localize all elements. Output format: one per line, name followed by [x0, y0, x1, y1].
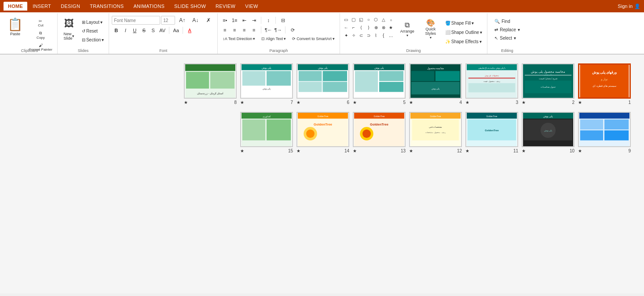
slide-thumb-8[interactable]: استان کرمان - زرندستان	[184, 63, 237, 99]
tab-insert[interactable]: INSERT	[28, 2, 55, 11]
shape-rounded-rect[interactable]: ▢	[350, 16, 357, 23]
cut-button[interactable]: ✂ Cut	[27, 18, 55, 29]
replace-button[interactable]: ⇄ Replace ▾	[491, 26, 523, 33]
shape-snip[interactable]: ◱	[358, 16, 365, 23]
shadow-button[interactable]: S	[149, 26, 157, 35]
align-text-button[interactable]: ⊡ Align Text ▾	[259, 35, 288, 42]
slide-item-8[interactable]: استان کرمان - زرندستان ★ 8	[184, 63, 237, 105]
tab-animations[interactable]: ANIMATIONS	[129, 2, 169, 11]
shape-brace[interactable]: {	[380, 32, 387, 39]
quick-styles-button[interactable]: 🎨 Quick Styles ▾	[420, 16, 441, 42]
ltr-button[interactable]: ¶→	[274, 26, 282, 34]
paste-button[interactable]: 📋 Paste	[4, 16, 26, 37]
shape-flow2[interactable]: ⊗	[380, 24, 387, 31]
justify-button[interactable]: ≡	[249, 26, 258, 34]
new-slide-button[interactable]: 🖼	[60, 16, 78, 32]
tab-slideshow[interactable]: SLIDE SHOW	[170, 2, 210, 11]
slide-item-11[interactable]: GoldenTree GoldenTree ★ 11	[465, 112, 518, 153]
slide-item-5[interactable]: پلی پوش ★ 5	[353, 63, 406, 105]
indent-less-button[interactable]: ⇤	[240, 16, 249, 25]
reset-button[interactable]: ↺ Reset	[80, 27, 106, 35]
shape-more1[interactable]: ⬡	[373, 16, 380, 23]
slide-thumb-6[interactable]: پلی پوش	[296, 63, 349, 99]
numbering-button[interactable]: 1≡	[230, 16, 239, 25]
slide-thumb-12[interactable]: GoldenTree مشخصات فنی ردیف - محصول - مشخ…	[409, 112, 462, 147]
layout-button[interactable]: ⊞ Layout ▾	[80, 18, 106, 26]
tab-design[interactable]: DESIGN	[56, 2, 84, 11]
increase-font-button[interactable]: A↑	[176, 16, 188, 25]
line-spacing-button[interactable]: ↕	[264, 16, 273, 25]
tab-review[interactable]: REVIEW	[211, 2, 240, 11]
new-slide-label-btn[interactable]: NewSlide ▾	[63, 32, 74, 41]
slide-thumb-14[interactable]: GoldenTree GoldenTree	[296, 112, 349, 147]
shape-rect[interactable]: ▭	[343, 16, 350, 23]
tab-view[interactable]: VIEW	[241, 2, 262, 11]
slide-item-4[interactable]: مقایسه محصول پلی پوش ★ 4	[409, 63, 462, 105]
shape-more2[interactable]: △	[380, 16, 387, 23]
font-name-input[interactable]	[112, 16, 160, 25]
indent-more-button[interactable]: ⇥	[249, 16, 258, 25]
shape-ellipse[interactable]: ○	[365, 16, 372, 23]
col-button[interactable]: ⊟	[278, 16, 287, 25]
slide-thumb-1[interactable]: ورقهای پلی پوش نوار و سیستم های قطره ای	[578, 63, 631, 99]
clear-format-button[interactable]: ✗	[202, 16, 215, 25]
shape-outline-button[interactable]: ⬜ Shape Outline ▾	[443, 29, 484, 36]
font-size-label-btn[interactable]: Aa	[172, 26, 180, 35]
strikethrough-button[interactable]: S	[139, 26, 148, 35]
slide-item-6[interactable]: پلی پوش ★ 6	[296, 63, 349, 105]
slide-item-3[interactable]: با پلی پوش بیایید به باغ طبیعی محصولات پ…	[465, 63, 518, 105]
convert-smartart-button[interactable]: ⟳ Convert to SmartArt ▾	[290, 35, 337, 42]
shape-wave[interactable]: ⌇	[373, 32, 380, 39]
slide-thumb-15[interactable]: کشاورزی	[240, 112, 293, 147]
bullets-button[interactable]: ≡•	[220, 16, 229, 25]
smartart-convert-icon[interactable]: ⟳	[288, 26, 297, 34]
slide-item-2[interactable]: محاسبه محصول پلی پوش شرح | مقدار | قیمت …	[522, 63, 574, 105]
arrange-button[interactable]: ⧉ Arrange ▾	[396, 16, 418, 42]
shape-flow1[interactable]: ⊕	[373, 24, 380, 31]
slide-item-12[interactable]: GoldenTree مشخصات فنی ردیف - محصول - مشخ…	[409, 112, 462, 153]
copy-button[interactable]: ⧉ Copy	[27, 30, 55, 41]
slide-item-7[interactable]: پلی پوش پلی پوش ★ 7	[240, 63, 293, 105]
shape-arrow1[interactable]: ←	[343, 24, 350, 31]
slide-thumb-4[interactable]: مقایسه محصول پلی پوش	[409, 63, 462, 99]
font-size-input[interactable]	[161, 16, 175, 25]
slide-item-10[interactable]: پلی پوش پلی پوش ★ 10	[522, 112, 574, 153]
slide-thumb-7[interactable]: پلی پوش پلی پوش	[240, 63, 293, 99]
find-button[interactable]: 🔍 Find	[491, 18, 523, 25]
shape-flow3[interactable]: ★	[388, 24, 395, 31]
align-center-button[interactable]: ≡	[230, 26, 239, 34]
shape-more-btn[interactable]: …	[388, 32, 395, 39]
decrease-font-button[interactable]: A↓	[189, 16, 201, 25]
shape-fill-button[interactable]: 🪣 Shape Fill ▾	[443, 19, 484, 27]
slide-item-14[interactable]: GoldenTree GoldenTree ★ 14	[296, 112, 349, 153]
slide-thumb-2[interactable]: محاسبه محصول پلی پوش شرح | مقدار | قیمت …	[522, 63, 574, 99]
shape-effects-button[interactable]: ✨ Shape Effects ▾	[443, 38, 484, 45]
slide-item-13[interactable]: GoldenTree GoldenTree ★ 13	[353, 112, 406, 153]
slide-item-15[interactable]: کشاورزی ★ 15	[240, 112, 293, 153]
italic-button[interactable]: I	[121, 26, 130, 35]
shape-arrow4[interactable]: ⟩	[365, 24, 372, 31]
shape-more3[interactable]: ⬦	[388, 16, 395, 23]
rtl-button[interactable]: ¶←	[264, 26, 273, 34]
text-direction-button[interactable]: ↕A Text Direction ▾	[220, 35, 257, 42]
bold-button[interactable]: B	[112, 26, 121, 35]
char-spacing-button[interactable]: AV	[158, 26, 167, 35]
slide-thumb-3[interactable]: با پلی پوش بیایید به باغ طبیعی محصولات پ…	[465, 63, 518, 99]
section-button[interactable]: ⊟ Section ▾	[80, 36, 106, 44]
slide-thumb-13[interactable]: GoldenTree GoldenTree	[353, 112, 406, 147]
tab-transitions[interactable]: TRANSITIONS	[85, 2, 128, 11]
shape-callout2[interactable]: ⊃	[365, 32, 372, 39]
shape-star1[interactable]: ✦	[343, 32, 350, 39]
slide-thumb-9[interactable]	[578, 112, 631, 147]
shape-arrow3[interactable]: ⟨	[358, 24, 365, 31]
underline-button[interactable]: U	[130, 26, 139, 35]
slide-item-9[interactable]: ★ 9	[578, 112, 631, 153]
tab-home[interactable]: HOME	[4, 2, 27, 11]
shape-arrow2[interactable]: ⌐	[350, 24, 357, 31]
align-right-button[interactable]: ≡	[240, 26, 249, 34]
slide-thumb-5[interactable]: پلی پوش	[353, 63, 406, 99]
font-color-button[interactable]: A	[185, 26, 194, 35]
sign-in-button[interactable]: Sign in 👤	[618, 4, 640, 9]
slide-thumb-10[interactable]: پلی پوش پلی پوش	[522, 112, 574, 147]
align-left-button[interactable]: ≡	[220, 26, 229, 34]
